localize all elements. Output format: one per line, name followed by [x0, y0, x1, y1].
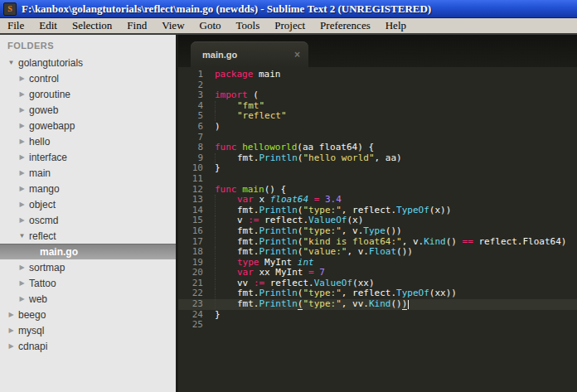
code-token: )	[402, 298, 408, 310]
folder-collapsed-icon[interactable]: ▶	[17, 279, 27, 287]
code-token: x	[254, 194, 270, 205]
folder-collapsed-icon[interactable]: ▶	[17, 216, 27, 224]
tree-item-label: hello	[29, 136, 50, 148]
indent-guide	[215, 278, 237, 288]
code-token: ())	[385, 225, 402, 236]
menu-file[interactable]: File	[0, 19, 32, 32]
folder-collapsed-icon[interactable]: ▶	[17, 138, 27, 145]
folder-expanded-icon[interactable]: ▼	[17, 232, 27, 240]
tree-folder-mysql[interactable]: ▶mysql	[0, 322, 176, 338]
tree-file-main.go[interactable]: main.go	[0, 244, 176, 259]
tree-folder-hello[interactable]: ▶hello	[0, 133, 176, 149]
code-token: (aa float64) {	[297, 142, 374, 152]
tree-folder-reflect[interactable]: ▼reflect	[0, 228, 176, 244]
code-token: Type	[363, 225, 385, 236]
line-number: 25	[178, 320, 203, 331]
menu-edit[interactable]: Edit	[32, 19, 65, 32]
code-token: reflect.	[264, 278, 314, 288]
folder-collapsed-icon[interactable]: ▶	[17, 122, 27, 129]
tree-folder-oscmd[interactable]: ▶oscmd	[0, 212, 176, 228]
folder-collapsed-icon[interactable]: ▶	[6, 342, 17, 350]
menu-tools[interactable]: Tools	[229, 19, 268, 32]
code-token: , reflect.	[342, 205, 396, 215]
folder-collapsed-icon[interactable]: ▶	[6, 311, 17, 318]
tree-folder-golangtutorials[interactable]: ▼golangtutorials	[0, 55, 176, 70]
code-token: ValueOf	[308, 215, 347, 225]
tree-item-label: interface	[29, 152, 67, 163]
folder-collapsed-icon[interactable]: ▶	[17, 295, 27, 302]
folder-collapsed-icon[interactable]: ▶	[17, 169, 27, 177]
folder-collapsed-icon[interactable]: ▶	[17, 201, 27, 208]
folder-collapsed-icon[interactable]: ▶	[6, 327, 17, 334]
code-token: import	[215, 90, 248, 100]
tab-label: main.go	[202, 50, 237, 60]
tree-folder-object[interactable]: ▶object	[0, 196, 176, 212]
tree-folder-cdnapi[interactable]: ▶cdnapi	[0, 338, 176, 354]
code-token: TypeOf	[396, 288, 429, 298]
menu-help[interactable]: Help	[378, 19, 414, 32]
code-line-1[interactable]: 1package main	[178, 70, 577, 80]
tree-folder-tattoo[interactable]: ▶Tattoo	[0, 275, 176, 291]
code-line-23[interactable]: 23fmt.Println("type:", vv.Kind())	[178, 299, 577, 310]
menu-bar: FileEditSelectionFindViewGotoToolsProjec…	[0, 18, 577, 33]
code-token: TypeOf	[396, 205, 429, 215]
code-line-9[interactable]: 9fmt.Println("hello world", aa)	[178, 153, 577, 164]
code-token: Println	[259, 288, 298, 298]
menu-selection[interactable]: Selection	[65, 19, 119, 32]
code-token: 7	[319, 267, 325, 278]
tree-folder-mango[interactable]: ▶mango	[0, 181, 176, 196]
menu-preferences[interactable]: Preferences	[313, 19, 378, 32]
code-token: helloworld	[242, 142, 297, 152]
code-line-10[interactable]: 10}	[178, 163, 577, 174]
code-token: , aa)	[375, 152, 402, 163]
folder-expanded-icon[interactable]: ▼	[6, 59, 17, 66]
tree-folder-goroutine[interactable]: ▶goroutine	[0, 86, 176, 102]
code-token: Println	[259, 152, 298, 163]
tree-folder-goweb[interactable]: ▶goweb	[0, 102, 176, 118]
code-token: xx MyInt	[254, 267, 308, 278]
code-area[interactable]: 1package main23import (4"fmt"5"reflect"6…	[178, 67, 577, 392]
folders-header: FOLDERS	[0, 35, 176, 55]
folder-collapsed-icon[interactable]: ▶	[17, 75, 27, 82]
code-token: "reflect"	[237, 110, 287, 121]
line-content: fmt.Println("type:", vv.Kind())	[215, 299, 409, 310]
indent-guide	[215, 226, 237, 236]
menu-project[interactable]: Project	[267, 19, 313, 32]
folder-collapsed-icon[interactable]: ▶	[17, 153, 27, 161]
indent-guide	[215, 101, 237, 111]
code-token: "kind is float64:"	[303, 236, 401, 247]
code-token: (x)	[347, 215, 363, 225]
tree-folder-sortmap[interactable]: ▶sortmap	[0, 259, 176, 275]
tree-folder-interface[interactable]: ▶interface	[0, 149, 176, 165]
menu-view[interactable]: View	[154, 19, 192, 32]
folder-collapsed-icon[interactable]: ▶	[17, 90, 27, 98]
tree-item-label: web	[29, 293, 47, 305]
code-token: fmt.	[237, 225, 259, 236]
folder-collapsed-icon[interactable]: ▶	[17, 106, 27, 114]
code-line-24[interactable]: 24}	[178, 310, 577, 321]
code-line-25[interactable]: 25	[178, 320, 577, 331]
code-token: =	[308, 267, 314, 278]
folder-collapsed-icon[interactable]: ▶	[17, 264, 27, 271]
tree-folder-control[interactable]: ▶control	[0, 70, 176, 86]
line-content: package main	[215, 70, 280, 80]
code-token: "hello world"	[303, 152, 374, 163]
code-token: "type:"	[303, 298, 341, 309]
menu-find[interactable]: Find	[119, 19, 154, 32]
indent-guide	[215, 237, 237, 247]
code-token: ==	[463, 236, 473, 247]
tree-folder-gowebapp[interactable]: ▶gowebapp	[0, 118, 176, 133]
menu-goto[interactable]: Goto	[192, 19, 229, 32]
code-token: , v.	[347, 246, 369, 257]
folder-collapsed-icon[interactable]: ▶	[17, 185, 27, 192]
code-token: , v.	[342, 225, 364, 236]
code-line-5[interactable]: 5"reflect"	[178, 111, 577, 122]
tree-folder-beego[interactable]: ▶beego	[0, 307, 176, 322]
code-line-6[interactable]: 6)	[178, 122, 577, 133]
line-number: 13	[178, 195, 203, 206]
tree-item-label: main	[29, 167, 51, 179]
tab-main-go[interactable]: main.go ×	[191, 41, 308, 67]
tree-folder-web[interactable]: ▶web	[0, 291, 176, 307]
tree-folder-main[interactable]: ▶main	[0, 165, 176, 181]
tab-close-icon[interactable]: ×	[294, 49, 300, 60]
